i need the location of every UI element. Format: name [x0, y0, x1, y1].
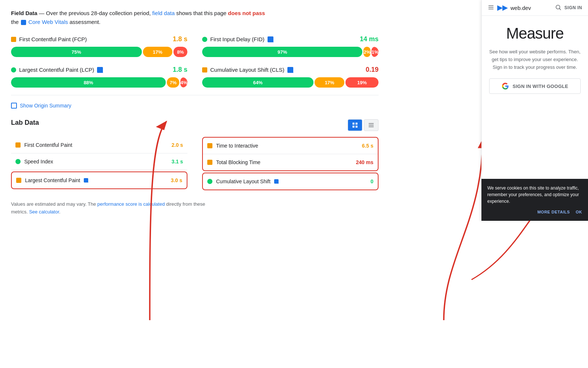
lcp-bar: 88% 7% 4% — [11, 77, 187, 88]
see-calculator-link[interactable]: See calculator — [29, 209, 59, 215]
fcp-bar: 75% 17% 8% — [11, 47, 187, 57]
lab-metric-lcp: Largest Contentful Paint 3.0 s — [11, 171, 187, 189]
field-data-link[interactable]: field data — [152, 10, 175, 16]
lab-fcp-icon — [15, 142, 21, 148]
fcp-bar-needs-improvement: 17% — [143, 47, 173, 57]
lab-data-title: Lab Data — [11, 119, 39, 127]
list-icon — [368, 122, 374, 128]
webdev-site-name: web.dev — [510, 5, 531, 11]
lab-si-icon — [15, 159, 21, 164]
perf-score-link[interactable]: performance score is calculated — [97, 201, 165, 207]
lab-metric-tti: Time to Interactive 6.5 s — [203, 138, 378, 154]
lab-fcp-value: 2.0 s — [172, 142, 183, 148]
lab-tbt-name: Total Blocking Time — [216, 159, 261, 165]
cookie-banner: We serve cookies on this site to analyze… — [481, 179, 588, 221]
fcp-bar-good: 75% — [11, 47, 142, 57]
lcp-bar-poor: 4% — [180, 77, 187, 88]
fcp-name: First Contentful Paint (FCP) — [19, 36, 87, 42]
lab-si-value: 3.1 s — [172, 159, 183, 164]
svg-rect-10 — [488, 8, 494, 9]
lab-metric-si: Speed Index 3.1 s — [11, 153, 187, 170]
metric-card-cls: Cumulative Layout Shift (CLS) 0.19 64% 1… — [202, 66, 379, 88]
lcp-cwv-badge — [97, 67, 103, 73]
fid-icon — [202, 37, 207, 42]
webdev-logo-arrow: ▶▶ — [497, 4, 508, 12]
lab-cls-value: 0 — [370, 178, 373, 184]
fid-bar: 97% 2% 1% — [202, 47, 379, 57]
lab-lcp-value: 3.0 s — [171, 177, 182, 183]
fid-bar-needs-improvement: 2% — [363, 47, 370, 57]
lab-cls-name: Cumulative Layout Shift — [216, 178, 270, 184]
lab-metric-tbt: Total Blocking Time 240 ms — [203, 154, 378, 170]
metric-card-lcp: Largest Contentful Paint (LCP) 1.8 s 88%… — [11, 66, 187, 88]
lab-cls-badge — [274, 179, 279, 184]
footer-notes: Values are estimated and may vary. The p… — [11, 201, 379, 216]
show-origin-row[interactable]: Show Origin Summary — [11, 103, 379, 109]
lab-tti-value: 6.5 s — [362, 143, 373, 149]
svg-rect-0 — [352, 123, 354, 124]
lab-tti-tbt-group: Time to Interactive 6.5 s Total Blocking… — [202, 137, 379, 171]
webdev-topbar: ▶▶ web.dev SIGN IN — [482, 0, 588, 16]
webdev-body: Measure See how well your website perfor… — [482, 16, 588, 103]
svg-rect-5 — [369, 125, 374, 125]
measure-description: See how well your website performs. Then… — [489, 48, 581, 71]
fid-name: First Input Delay (FID) — [210, 36, 265, 42]
lcp-value: 1.8 s — [173, 66, 187, 74]
lcp-bar-needs-improvement: 7% — [167, 77, 179, 88]
google-signin-text: SIGN IN WITH GOOGLE — [513, 84, 569, 89]
lab-lcp-name: Largest Contentful Paint — [25, 177, 80, 183]
fid-value: 14 ms — [360, 35, 379, 43]
measure-title: Measure — [489, 25, 581, 42]
cls-bar: 64% 17% 19% — [202, 77, 379, 88]
cls-value: 0.19 — [366, 66, 379, 74]
lcp-icon — [11, 67, 16, 72]
lab-right-column: Time to Interactive 6.5 s Total Blocking… — [202, 137, 379, 192]
svg-rect-3 — [356, 125, 358, 127]
lab-tbt-icon — [207, 160, 212, 165]
lab-header-row: Lab Data — [11, 119, 379, 132]
lab-view-toggle — [348, 119, 379, 131]
cwv-icon — [21, 20, 26, 25]
cookie-text: We serve cookies on this site to analyze… — [487, 185, 582, 205]
fid-bar-poor: 1% — [372, 47, 379, 57]
cookie-more-details[interactable]: MORE DETAILS — [537, 209, 570, 215]
lab-tti-icon — [207, 143, 212, 148]
sign-in-label[interactable]: SIGN IN — [564, 5, 582, 10]
fid-cwv-badge — [268, 36, 273, 42]
svg-rect-6 — [369, 126, 374, 127]
cls-bar-poor: 19% — [345, 77, 379, 88]
svg-rect-2 — [352, 125, 354, 127]
svg-rect-8 — [488, 5, 494, 6]
fcp-icon — [11, 37, 16, 42]
lcp-bar-good: 88% — [11, 77, 166, 88]
google-g-icon — [502, 82, 509, 90]
cookie-ok[interactable]: OK — [576, 209, 582, 215]
svg-rect-9 — [488, 7, 494, 8]
cwv-link[interactable]: Core Web Vitals — [28, 19, 68, 25]
svg-rect-4 — [369, 123, 374, 124]
does-not-pass-label: does not pass — [228, 10, 265, 16]
svg-line-12 — [559, 8, 560, 10]
grid-icon — [352, 122, 358, 128]
origin-label[interactable]: Show Origin Summary — [20, 103, 71, 109]
list-view-button[interactable] — [364, 119, 379, 131]
google-signin-button[interactable]: SIGN IN WITH GOOGLE — [489, 78, 581, 94]
hamburger-icon[interactable] — [488, 4, 494, 12]
fcp-value: 1.8 s — [173, 35, 187, 43]
cls-bar-good: 64% — [202, 77, 313, 88]
lab-data-section: Lab Data — [11, 119, 379, 192]
topbar-right: SIGN IN — [555, 4, 582, 12]
svg-rect-1 — [356, 123, 358, 124]
grid-view-button[interactable] — [348, 119, 362, 131]
metric-card-fcp: First Contentful Paint (FCP) 1.8 s 75% 1… — [11, 35, 187, 57]
cls-bar-needs-improvement: 17% — [315, 77, 344, 88]
search-icon[interactable] — [555, 4, 562, 12]
origin-checkbox[interactable] — [11, 103, 17, 109]
field-data-label: Field Data — [11, 10, 37, 16]
lab-cls-icon — [207, 179, 212, 184]
lab-tti-name: Time to Interactive — [216, 143, 258, 149]
field-data-description: Field Data — Over the previous 28-day co… — [11, 9, 379, 26]
fcp-bar-poor: 8% — [173, 47, 187, 57]
lab-metrics-grid: First Contentful Paint 2.0 s Speed Index… — [11, 137, 379, 192]
cookie-actions: MORE DETAILS OK — [487, 209, 582, 215]
